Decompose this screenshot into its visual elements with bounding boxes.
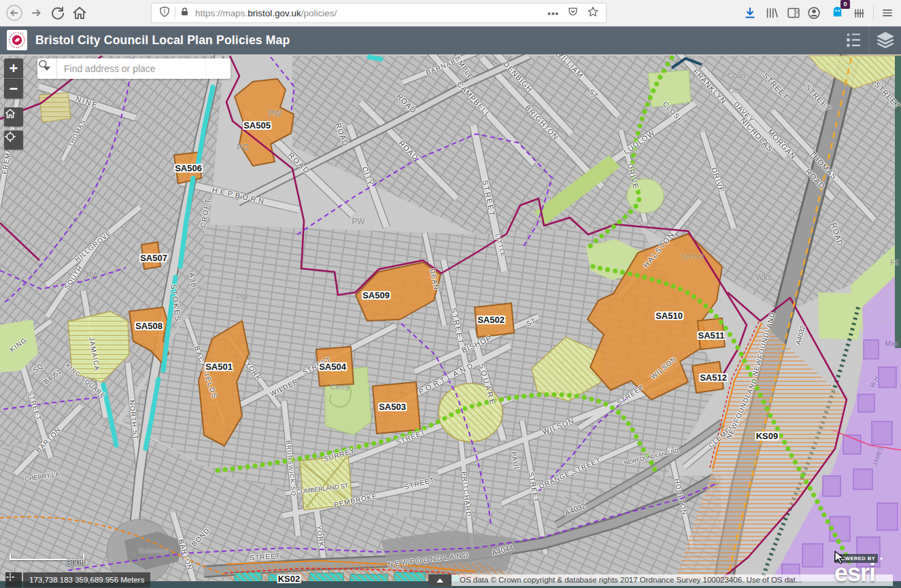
- page-title: Bristol City Council Local Plan Policies…: [35, 33, 290, 48]
- coordinates-readout: 173,738.183 359,689.956 Meters: [23, 572, 150, 587]
- library-icon[interactable]: [763, 4, 781, 22]
- reload-button[interactable]: [49, 4, 67, 22]
- app-header: Bristol City Council Local Plan Policies…: [0, 26, 901, 54]
- back-button[interactable]: [5, 4, 23, 22]
- search-input[interactable]: [57, 58, 205, 79]
- page-actions-icon[interactable]: •••: [547, 8, 559, 18]
- search-icon: [37, 58, 50, 71]
- extension-grid-icon[interactable]: [850, 4, 868, 22]
- attribution-expand-tab[interactable]: [428, 574, 452, 586]
- url-text: https://maps.bristol.gov.uk/policies/: [195, 8, 337, 18]
- bristol-city-council-logo: [7, 30, 27, 50]
- coordinate-widget: 173,738.183 359,689.956 Meters: [5, 572, 150, 587]
- tracking-protection-shield-icon[interactable]: [158, 5, 171, 20]
- zoom-in-button[interactable]: +: [4, 58, 23, 78]
- attribution-text: OS data © Crown copyright & database rig…: [441, 574, 893, 586]
- search-widget: [37, 58, 231, 79]
- crosshair-icon[interactable]: [5, 572, 22, 587]
- browser-toolbar: https://maps.bristol.gov.uk/policies/ ••…: [0, 0, 901, 27]
- url-bar[interactable]: https://maps.bristol.gov.uk/policies/ ••…: [151, 3, 607, 23]
- pocket-icon[interactable]: [567, 6, 579, 20]
- ghostery-icon[interactable]: 0: [828, 4, 846, 22]
- sidebar-icon[interactable]: [785, 4, 802, 22]
- map-graphics: [0, 54, 901, 588]
- ghostery-badge: 0: [840, 0, 849, 9]
- home-extent-button[interactable]: [4, 107, 23, 126]
- legend-icon[interactable]: [838, 26, 869, 54]
- home-button[interactable]: [71, 4, 88, 22]
- urlbar-divider: [175, 7, 175, 19]
- menu-hamburger-icon[interactable]: [879, 4, 896, 22]
- triangle-up-icon: [437, 578, 443, 583]
- zoom-out-button[interactable]: −: [4, 79, 23, 99]
- search-button[interactable]: [205, 58, 231, 79]
- map-canvas[interactable]: NINETHOMASFREMANTLEHEPBURNROADROADCITYRO…: [0, 54, 901, 588]
- locate-me-button[interactable]: [4, 131, 23, 150]
- toolbar-divider: [873, 5, 874, 20]
- bookmark-star-icon[interactable]: [587, 5, 599, 20]
- scale-bar: [10, 554, 84, 560]
- account-icon[interactable]: [805, 4, 823, 22]
- download-icon[interactable]: [741, 4, 759, 22]
- layers-icon[interactable]: [870, 26, 901, 54]
- forward-button[interactable]: [27, 4, 45, 22]
- lock-icon[interactable]: [180, 7, 190, 20]
